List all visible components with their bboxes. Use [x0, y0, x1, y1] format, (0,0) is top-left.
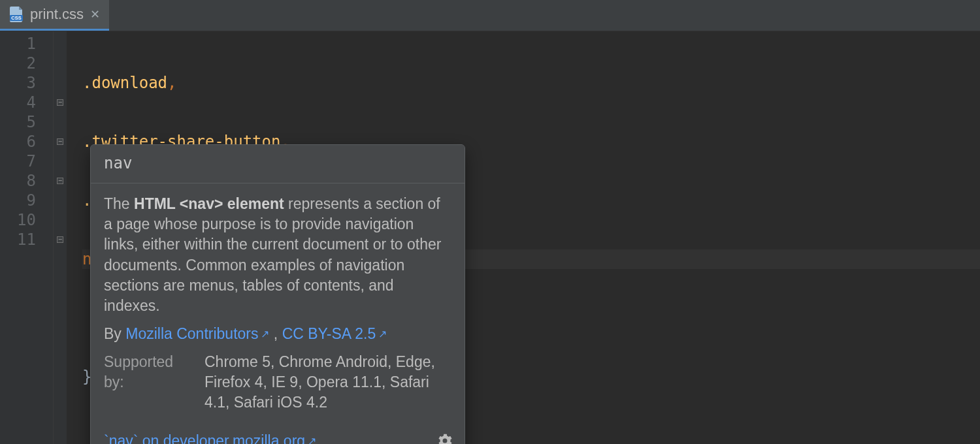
line-number: 9: [0, 191, 36, 210]
quick-doc-popup: nav The HTML <nav> element represents a …: [90, 144, 465, 444]
fold-open-icon[interactable]: −: [57, 99, 63, 106]
line-number: 4: [0, 93, 36, 112]
line-number: 7: [0, 151, 36, 171]
fold-strip: − − − −: [54, 31, 67, 444]
comma: ,: [167, 74, 176, 92]
line-number: 1: [0, 34, 36, 54]
line-number: 5: [0, 112, 36, 132]
gear-icon[interactable]: [437, 433, 453, 444]
doc-description: The HTML <nav> element represents a sect…: [104, 194, 451, 315]
gutter: 1 2 3 4 5 6 7 8 9 10 11: [0, 31, 54, 444]
tab-filename: print.css: [30, 6, 84, 23]
doc-supported-by: Supported by: Chrome 5, Chrome Android, …: [104, 352, 451, 413]
doc-body: The HTML <nav> element represents a sect…: [91, 183, 465, 430]
doc-mdn-link[interactable]: `nav` on developer.mozilla.org↗: [104, 431, 316, 444]
css-file-icon: CSS: [9, 7, 24, 22]
line-number: 8: [0, 171, 36, 191]
fold-close-icon[interactable]: −: [57, 138, 63, 145]
external-link-icon: ↗: [261, 327, 269, 341]
line-number: 11: [0, 230, 36, 249]
css-selector: .download: [82, 74, 167, 92]
fold-close-icon[interactable]: −: [57, 236, 63, 243]
close-icon[interactable]: ✕: [90, 7, 100, 22]
doc-license-link[interactable]: CC BY-SA 2.5↗: [282, 325, 387, 342]
doc-byline: By Mozilla Contributors↗ , CC BY-SA 2.5↗: [104, 324, 451, 344]
doc-author-link[interactable]: Mozilla Contributors↗: [125, 325, 269, 342]
external-link-icon: ↗: [308, 434, 316, 444]
supported-label: Supported by:: [104, 352, 188, 413]
svg-text:CSS: CSS: [11, 15, 21, 21]
line-number: 10: [0, 210, 36, 230]
line-number: 3: [0, 73, 36, 93]
code-editor[interactable]: 1 2 3 4 5 6 7 8 9 10 11 − − − − .downloa…: [0, 31, 980, 444]
line-number: 2: [0, 54, 36, 73]
supported-values: Chrome 5, Chrome Android, Edge, Firefox …: [204, 352, 451, 413]
external-link-icon: ↗: [378, 327, 387, 341]
fold-open-icon[interactable]: −: [57, 178, 63, 184]
doc-title: nav: [91, 145, 465, 183]
line-number: 6: [0, 132, 36, 151]
tab-bar: CSS print.css ✕: [0, 0, 980, 31]
tab-print-css[interactable]: CSS print.css ✕: [0, 0, 109, 31]
